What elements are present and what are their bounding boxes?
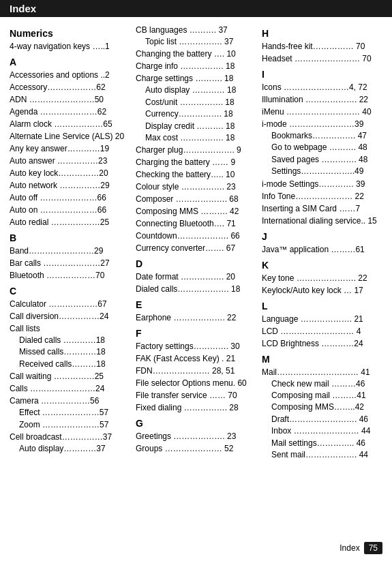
list-item: Groups ………………… 52 [136, 442, 256, 455]
entry-text: Cost/unit ……………. 18 [145, 97, 235, 108]
column-3: HHands-free kit…………… 70Headset …………………… … [262, 24, 382, 461]
list-item: Greetings ………………. 23 [136, 430, 256, 442]
entry-text: Auto answer ……………23 [10, 156, 107, 166]
entry-text: Calculator ………………67 [10, 299, 107, 309]
list-item: Icons ……………………4, 72 [262, 81, 382, 93]
entry-text: Composing MMS……..42 [271, 401, 364, 413]
entry-text: ADN ……………………50 [10, 95, 104, 104]
list-item: Date format ……………. 20 [136, 271, 256, 283]
entry-text: Bookmarks……………. 47 [271, 130, 367, 142]
entry-text: Call lists [10, 324, 40, 333]
section-letter-m: M [262, 354, 382, 365]
list-item: Auto on …………………66 [10, 204, 130, 216]
page-footer: Index 75 [340, 542, 382, 554]
entry-text: Java™ application ………61 [262, 245, 365, 254]
list-item: File selector Options menu. 60 [136, 377, 256, 389]
entry-text: CB languages ………. 37 [136, 25, 228, 35]
entry-text: Call diversion……………24 [10, 312, 108, 321]
entry-text: Agenda …………………62 [10, 107, 106, 117]
section-letter-e: E [136, 299, 256, 310]
entry-text: Groups ………………… 52 [136, 444, 233, 453]
list-item: Calls ……………………24 [10, 382, 130, 395]
entry-text: Cell broadcast……………37 [10, 432, 112, 442]
list-item: i-mode ……………………39 [262, 118, 382, 130]
list-item: Headset …………………… 70 [262, 52, 382, 65]
list-item: Call diversion……………24 [10, 310, 130, 322]
entry-text: Display credit ………. 18 [145, 121, 235, 132]
list-item: Inbox …………………… 44 [262, 425, 382, 437]
list-item: Currency converter……. 67 [136, 242, 256, 254]
list-item: 4-way navigation keys …..1 [10, 40, 130, 52]
entry-text: Effect …………………57 [19, 407, 108, 419]
entry-text: Connecting Bluetooth…. 71 [136, 219, 236, 228]
list-item: Call lists [10, 322, 130, 335]
list-item: Fixed dialing ……………. 28 [136, 401, 256, 414]
list-item: Connecting Bluetooth…. 71 [136, 217, 256, 230]
entry-text: 4-way navigation keys …..1 [10, 42, 110, 51]
list-item: Accessories and options ..2 [10, 69, 130, 81]
entry-text: i-mode Settings…………. 39 [262, 179, 365, 189]
list-item: Dialed calls …………18 [10, 335, 130, 346]
entry-text: Mail settings………….. 46 [271, 438, 365, 449]
entry-text: FAK (Fast Access Key) . 21 [136, 354, 235, 363]
list-item: Info Tone………………… 22 [262, 190, 382, 202]
list-item: Checking the battery….. 10 [136, 168, 256, 181]
entry-text: Dialed calls …………18 [19, 335, 105, 346]
list-item: Composing MMS ………. 42 [136, 205, 256, 217]
entry-text: Go to webpage ………. 48 [271, 142, 367, 153]
section-letter-g: G [136, 418, 256, 429]
entry-text: FDN………………… 28, 51 [136, 366, 235, 376]
list-item: Missed calls…………18 [10, 346, 130, 358]
list-item: Composing mail ………41 [262, 390, 382, 401]
entry-text: Charger plug………………. 9 [136, 145, 241, 155]
entry-text: Factory settings…………. 30 [136, 342, 240, 351]
section-letter-k: K [262, 260, 382, 271]
list-item: Draft……………………. 46 [262, 414, 382, 425]
list-item: Inserting a SIM Card ……7 [262, 202, 382, 215]
entry-text: LCD Brightness …………24 [262, 339, 363, 348]
list-item: Auto display ………… 18 [136, 85, 256, 96]
page-header: Index [0, 0, 392, 17]
entry-text: Currency……………. 18 [145, 108, 233, 120]
list-item: Zoom …………………57 [10, 419, 130, 431]
entry-text: Countdown………………. 66 [136, 231, 240, 241]
entry-text: Camera ………………56 [10, 396, 99, 406]
section-letter-j: J [262, 231, 382, 242]
entry-text: Auto redial ………………25 [10, 217, 109, 227]
list-item: Topic list ……………. 37 [136, 36, 256, 48]
list-item: Cost/unit ……………. 18 [136, 97, 256, 108]
entry-text: Auto display…………37 [19, 443, 106, 455]
entry-text: Draft……………………. 46 [271, 414, 368, 425]
list-item: Dialed calls………………. 18 [136, 283, 256, 295]
list-item: Bookmarks……………. 47 [262, 130, 382, 142]
list-item: Received calls………18 [10, 359, 130, 370]
entry-text: Currency converter……. 67 [136, 243, 235, 253]
entry-text: Check new mail ………46 [271, 378, 365, 390]
entry-text: Earphone ………………. 22 [136, 313, 236, 322]
entry-text: iMenu ……………………… 40 [262, 107, 372, 117]
list-item: Charge info ……………. 18 [136, 60, 256, 72]
list-item: Display credit ………. 18 [136, 121, 256, 132]
section-letter-b: B [10, 232, 130, 243]
footer-label: Index [340, 543, 359, 553]
column-2: CB languages ………. 37Topic list ……………. 37… [136, 24, 262, 461]
entry-text: Sent mail………………. 44 [271, 449, 368, 461]
section-letter-a: A [10, 57, 130, 67]
list-item: Charging the battery …… 9 [136, 156, 256, 168]
section-letter-d: D [136, 258, 256, 269]
entry-text: Language ………………. 21 [262, 314, 363, 324]
list-item: Keylock/Auto key lock … 17 [262, 284, 382, 297]
entry-text: Bar calls …………………27 [10, 258, 110, 268]
list-item: Auto off …………………66 [10, 192, 130, 204]
list-item: Language ………………. 21 [262, 313, 382, 325]
list-item: Settings………………..49 [262, 166, 382, 177]
list-item: Agenda …………………62 [10, 106, 130, 118]
entry-text: Icons ……………………4, 72 [262, 82, 367, 92]
list-item: Auto network ……………29 [10, 179, 130, 192]
list-item: Composer ………………. 68 [136, 193, 256, 205]
list-item: Sent mail………………. 44 [262, 449, 382, 461]
list-item: LCD ……………………… 4 [262, 325, 382, 337]
entry-text: Missed calls…………18 [19, 346, 106, 358]
entry-text: i-mode ……………………39 [262, 119, 363, 129]
list-item: Key tone …………………. 22 [262, 272, 382, 284]
